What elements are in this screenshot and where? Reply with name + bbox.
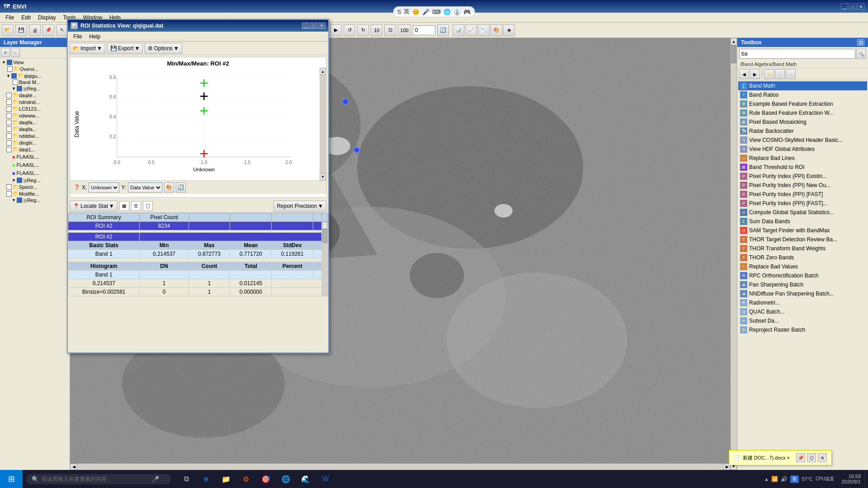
toolbox-item-example-fe[interactable]: ⚙ Example Based Feature Extraction [738,99,867,108]
nav-right-button[interactable]: ▶ [330,24,342,36]
toolbox-expand-button[interactable]: ☆ [786,69,796,79]
image-vscrollbar[interactable]: ▲ ▼ [731,38,737,470]
tree-expand-reg2[interactable]: ▼ [12,178,16,183]
toolbox-item-sum-bands[interactable]: Σ Sum Data Bands [738,217,867,226]
toolbox-item-thor-transform[interactable]: T THOR Transform Band Weights [738,244,867,253]
toolbox-forward-button[interactable]: ▶ [750,69,760,79]
taskbar-multidesktop-button[interactable]: ⧉ [178,471,194,487]
toolbox-item-radar[interactable]: 📡 Radar Backscatter [738,127,867,136]
tray-expand-icon[interactable]: ▲ [764,477,769,482]
ime-lang[interactable]: 英 [404,8,410,16]
taskbar-explorer-button[interactable]: 📁 [218,471,234,487]
tree-item-ndwww[interactable]: 📁 ndwww... [1,112,69,119]
toolbox-item-thor-zero[interactable]: T THOR Zero Bands [738,253,867,262]
view-toggle-1[interactable]: ▦ [119,201,129,211]
tree-check-reg2[interactable] [17,178,22,183]
roi-marker-4[interactable] [354,147,359,153]
tree-item-reg2[interactable]: ▼ ▦ Reg... [1,177,69,183]
table-scroll-up[interactable]: ▲ [322,222,328,229]
layer-remove-button[interactable]: - [11,48,20,57]
tree-item-view[interactable]: ▼ View [1,59,69,66]
chart-refresh-button[interactable]: 🔄 [176,183,186,192]
image-hscrollbar[interactable]: ◀ ▶ [70,464,731,470]
roi-minimize-button[interactable]: _ [302,23,309,29]
table-vscroll[interactable]: ▲ [322,222,328,296]
tree-item-bandm[interactable]: Band M... [1,79,69,85]
tree-check-ndndnd[interactable] [6,99,12,105]
tree-expand-reg1[interactable]: ▼ [12,86,16,91]
tree-check-lc8123[interactable] [6,106,12,112]
roi-maximize-button[interactable]: □ [310,23,317,29]
toolbox-item-ppi4[interactable]: P Pixel Purity Index (PPI) [FAST]... [738,199,867,208]
tree-check-spectr[interactable] [6,184,12,190]
pin-button[interactable]: 📌 [42,24,54,36]
show-desktop-button[interactable] [864,470,868,488]
tree-item-lc8123[interactable]: 📁 LC8123... [1,105,69,112]
zoom-100-button[interactable]: 100 [398,24,410,36]
open-file-button[interactable]: 📂 [2,24,14,36]
histogram-button[interactable]: 📉 [478,24,490,36]
menu-display[interactable]: Display [34,14,59,22]
refresh-button[interactable]: 🔄 [437,24,449,36]
toolbox-item-quac[interactable]: Q QUAC Batch... [738,307,867,316]
tree-check-reg3[interactable] [17,197,22,203]
chart-scroll-up[interactable]: ▲ [320,68,326,75]
toolbox-item-replace-bad-lines[interactable]: ↔ Replace Bad Lines [738,154,867,163]
start-button[interactable]: ⊞ [0,470,23,488]
notification-pin-button[interactable]: 📌 [796,453,805,462]
zoom-number-input[interactable]: 10 [371,24,382,36]
tree-check-daqite[interactable] [6,93,12,98]
vscroll-track[interactable] [731,45,737,463]
tree-item-flaash1[interactable]: ● FLAASL... [1,153,69,161]
tree-check-daqifa2[interactable] [6,127,12,132]
toolbox-item-bandratios[interactable]: ÷ Band Ratios [738,90,867,99]
tree-expand-qiqigu[interactable]: ▼ [6,74,10,78]
tree-item-spectr[interactable]: 📁 Spectr... [1,183,69,190]
toolbox-item-pan[interactable]: ◈ Pan Sharpening Batch [738,280,867,289]
toolbox-search-input[interactable] [739,49,855,59]
taskbar-search-input[interactable] [42,476,150,482]
taskbar-app5-button[interactable]: 🎯 [258,471,274,487]
ime-emoji[interactable]: 😊 [412,9,420,15]
tree-check-dingbi[interactable] [6,140,12,145]
tree-item-dingbi[interactable]: 📁 dingbi... [1,139,69,146]
tree-item-ndndnd[interactable]: 📁 ndndnd... [1,99,69,105]
chart-color-button[interactable]: 🎨 [164,183,174,192]
toolbox-item-ppi3[interactable]: P Pixel Purity Index (PPI) [FAST] [738,190,867,199]
toolbox-item-thor-detect[interactable]: T THOR Target Detection Review Ba... [738,235,867,244]
table-scroll-thumb[interactable] [322,229,327,243]
taskbar-chrome-button[interactable]: 🌐 [278,471,294,487]
roi-menu-file[interactable]: File [70,33,85,41]
toolbox-item-radio[interactable]: R Radiometri... [738,298,867,307]
toolbox-item-ppi2[interactable]: P Pixel Purity Index (PPI) New Ou... [738,181,867,190]
layer-add-button[interactable]: + [1,48,10,57]
color-table-button[interactable]: 🎨 [491,24,502,36]
tree-check-qiqigu[interactable] [11,73,17,79]
transparency-button[interactable]: ◈ [503,24,515,36]
toolbox-item-cosmo[interactable]: ℹ View COSMO-SkyMed Header Basic... [738,136,867,145]
tree-item-daqi1[interactable]: 📁 daqi1... [1,146,69,153]
input-method-icon[interactable]: 英 [790,475,799,483]
tree-item-flaash2[interactable]: ● FLAASL... [1,161,69,169]
tree-check-overview[interactable] [7,66,13,72]
hscroll-left-btn[interactable]: ◀ [70,464,77,470]
report-precision-button[interactable]: Report Precision ▼ [274,201,326,211]
tree-item-overview[interactable]: 📁 Overvi... [1,66,69,72]
tree-item-ndddwi[interactable]: 📁 ndddwi... [1,132,69,139]
rotate-left-button[interactable]: ↺ [344,24,355,36]
view-toggle-3[interactable]: 📋 [143,201,153,211]
tree-check-bandm[interactable] [13,80,18,85]
toolbox-item-global-stats[interactable]: σ Compute Global Spatial Statistics... [738,208,867,217]
roi-close-button[interactable]: ✕ [318,23,326,29]
ime-keyboard[interactable]: ⌨ [432,9,441,15]
menu-edit[interactable]: Edit [18,14,34,22]
toolbox-back-button[interactable]: ◀ [739,69,749,79]
x-axis-select[interactable]: Unknown [89,183,119,192]
tree-check-modifie[interactable] [6,191,12,197]
toolbox-item-subset[interactable]: ✂ Subset Da... [738,316,867,325]
chart-scroll-down[interactable]: ▼ [320,173,326,180]
print-button[interactable]: 🖨 [29,24,41,36]
toolbox-search-button[interactable]: 🔍 [856,49,866,59]
toolbox-item-reproject[interactable]: ↻ Reproject Raster Batch [738,325,867,334]
taskbar-app7-button[interactable]: 🌊 [297,471,314,487]
